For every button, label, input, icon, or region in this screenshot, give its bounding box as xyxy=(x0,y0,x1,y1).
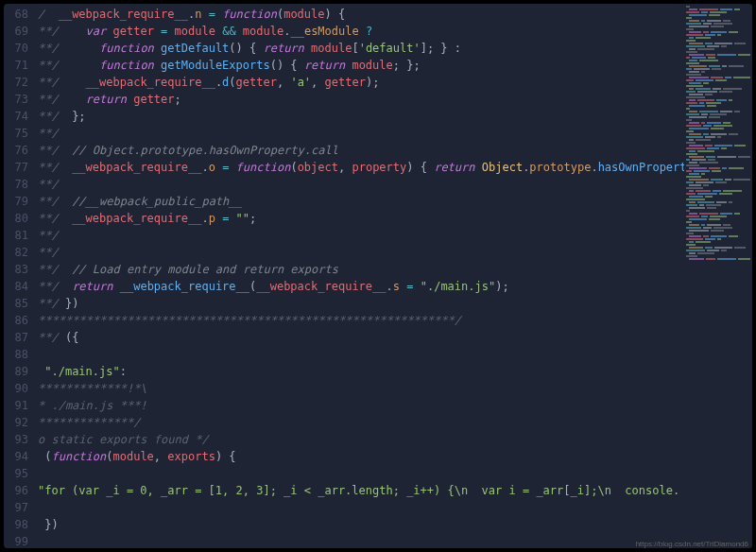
code-content[interactable]: * ./main.js ***! xyxy=(38,397,147,414)
line-number: 74 xyxy=(4,108,38,125)
line-number: 97 xyxy=(4,499,38,516)
line-number: 92 xyxy=(4,414,38,431)
code-line[interactable]: 76**/ // Object.prototype.hasOwnProperty… xyxy=(4,142,684,159)
code-line[interactable]: 99 xyxy=(4,533,684,548)
code-content[interactable]: **************/ xyxy=(38,414,140,431)
code-line[interactable]: 95 xyxy=(4,465,684,482)
code-line[interactable]: 70**/ function getDefault() { return mod… xyxy=(4,40,684,57)
minimap-line xyxy=(686,102,750,104)
code-content[interactable]: **/ ({ xyxy=(38,329,78,346)
minimap-line xyxy=(686,82,750,84)
minimap-line xyxy=(686,241,750,243)
line-number: 88 xyxy=(4,346,38,363)
minimap-line xyxy=(686,11,750,13)
line-number: 87 xyxy=(4,329,38,346)
code-content[interactable]: **/ // Object.prototype.hasOwnProperty.c… xyxy=(38,142,338,159)
minimap-line xyxy=(686,28,750,30)
minimap-line xyxy=(686,258,750,260)
minimap[interactable] xyxy=(684,4,752,548)
code-line[interactable]: 98 }) xyxy=(4,516,684,533)
code-line[interactable]: 97 xyxy=(4,499,684,516)
code-line[interactable]: 83**/ // Load entry module and return ex… xyxy=(4,261,684,278)
line-number: 90 xyxy=(4,380,38,397)
code-content[interactable]: **/ // Load entry module and return expo… xyxy=(38,261,338,278)
code-line[interactable]: 80**/ __webpack_require__.p = ""; xyxy=(4,210,684,227)
minimap-line xyxy=(686,187,750,189)
code-line[interactable]: 96"for (var _i = 0, _arr = [1, 2, 3]; _i… xyxy=(4,482,684,499)
code-content[interactable]: **/ //__webpack_public_path__ xyxy=(38,193,243,210)
code-line[interactable]: 93o static exports found */ xyxy=(4,431,684,448)
minimap-line xyxy=(686,250,750,251)
minimap-line xyxy=(686,193,750,195)
minimap-line xyxy=(686,45,750,47)
code-content[interactable]: **/ xyxy=(38,125,59,142)
code-content[interactable]: **/ var getter = module && module.__esMo… xyxy=(38,23,372,40)
code-line[interactable]: 78**/ xyxy=(4,176,684,193)
code-line[interactable]: 90*************!*\ xyxy=(4,380,684,397)
code-line[interactable]: 81**/ xyxy=(4,227,684,244)
minimap-line xyxy=(686,113,750,115)
code-content[interactable]: **/ xyxy=(38,176,59,193)
code-line[interactable]: 72**/ __webpack_require__.d(getter, 'a',… xyxy=(4,74,684,91)
minimap-line xyxy=(686,233,750,234)
code-content[interactable]: **/ function getModuleExports() { return… xyxy=(38,57,421,74)
code-content[interactable]: (function(module, exports) { xyxy=(38,448,236,465)
code-line[interactable]: 69**/ var getter = module && module.__es… xyxy=(4,23,684,40)
code-line[interactable]: 68/ __webpack_require__.n = function(mod… xyxy=(4,6,684,23)
code-content[interactable]: **/ xyxy=(38,244,59,261)
code-content[interactable]: ****************************************… xyxy=(38,312,461,329)
minimap-line xyxy=(686,145,750,147)
code-content[interactable]: "./main.js": xyxy=(38,363,127,380)
line-number: 94 xyxy=(4,448,38,465)
minimap-line xyxy=(686,201,750,203)
line-number: 98 xyxy=(4,516,38,533)
code-line[interactable]: 84**/ return __webpack_require__(__webpa… xyxy=(4,278,684,295)
minimap-line xyxy=(686,235,750,237)
code-content[interactable]: **/ xyxy=(38,227,59,244)
code-line[interactable]: 73**/ return getter; xyxy=(4,91,684,108)
minimap-line xyxy=(686,247,750,249)
code-line[interactable]: 92**************/ xyxy=(4,414,684,431)
minimap-line xyxy=(686,156,750,158)
code-line[interactable]: 77**/ __webpack_require__.o = function(o… xyxy=(4,159,684,176)
code-line[interactable]: 89 "./main.js": xyxy=(4,363,684,380)
code-content[interactable]: **/ function getDefault() { return modul… xyxy=(38,40,461,57)
code-line[interactable]: 88 xyxy=(4,346,684,363)
code-content[interactable]: }) xyxy=(38,516,59,533)
minimap-line xyxy=(686,23,750,25)
code-content[interactable]: **/ return getter; xyxy=(38,91,181,108)
code-content[interactable]: / __webpack_require__.n = function(modul… xyxy=(38,6,345,23)
code-line[interactable]: 94 (function(module, exports) { xyxy=(4,448,684,465)
minimap-line xyxy=(686,142,750,144)
minimap-line xyxy=(686,88,750,90)
code-content[interactable]: **/ }; xyxy=(38,108,86,125)
code-line[interactable]: 91* ./main.js ***! xyxy=(4,397,684,414)
code-line[interactable]: 74**/ }; xyxy=(4,108,684,125)
code-content[interactable]: **/ __webpack_require__.p = ""; xyxy=(38,210,256,227)
minimap-line xyxy=(686,176,750,178)
minimap-line xyxy=(686,133,750,135)
code-content[interactable]: **/ __webpack_require__.o = function(obj… xyxy=(38,159,684,176)
code-content[interactable]: **/ }) xyxy=(38,295,78,312)
code-line[interactable]: 79**/ //__webpack_public_path__ xyxy=(4,193,684,210)
code-line[interactable]: 75**/ xyxy=(4,125,684,142)
code-content[interactable]: *************!*\ xyxy=(38,380,147,397)
code-line[interactable]: 86**************************************… xyxy=(4,312,684,329)
minimap-line xyxy=(686,252,750,254)
code-content[interactable]: "for (var _i = 0, _arr = [1, 2, 3]; _i <… xyxy=(38,482,679,499)
code-line[interactable]: 82**/ xyxy=(4,244,684,261)
code-line[interactable]: 71**/ function getModuleExports() { retu… xyxy=(4,57,684,74)
minimap-line xyxy=(686,14,750,16)
code-line[interactable]: 87**/ ({ xyxy=(4,329,684,346)
line-number: 69 xyxy=(4,23,38,40)
code-content[interactable]: o static exports found */ xyxy=(38,431,209,448)
code-content[interactable]: **/ __webpack_require__.d(getter, 'a', g… xyxy=(38,74,379,91)
minimap-line xyxy=(686,130,750,132)
code-area[interactable]: 68/ __webpack_require__.n = function(mod… xyxy=(4,4,684,548)
minimap-line xyxy=(686,62,750,64)
minimap-line xyxy=(686,198,750,200)
code-content[interactable]: **/ return __webpack_require__(__webpack… xyxy=(38,278,509,295)
line-number: 76 xyxy=(4,142,38,159)
code-line[interactable]: 85**/ }) xyxy=(4,295,684,312)
minimap-line xyxy=(686,77,750,78)
